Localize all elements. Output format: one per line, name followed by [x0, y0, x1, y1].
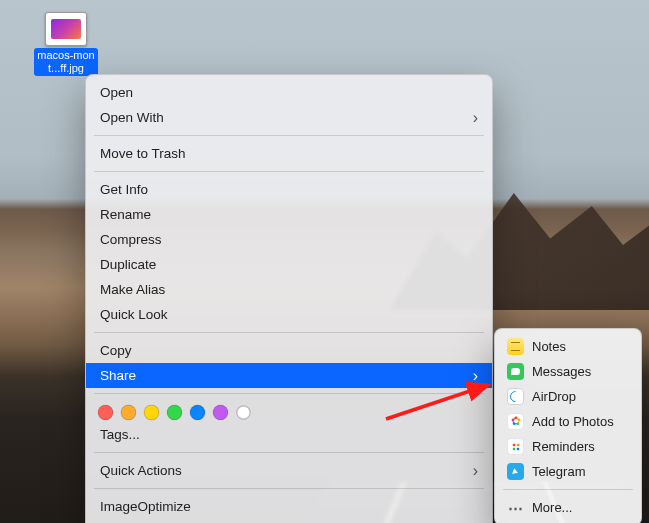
separator	[94, 393, 484, 394]
menu-duplicate-label: Duplicate	[100, 255, 156, 274]
share-notes[interactable]: Notes	[495, 334, 641, 359]
menu-tags-label: Tags...	[100, 425, 140, 444]
airdrop-icon	[507, 388, 524, 405]
menu-open-with[interactable]: Open With	[86, 105, 492, 130]
menu-duplicate[interactable]: Duplicate	[86, 252, 492, 277]
tag-yellow[interactable]	[144, 405, 159, 420]
menu-open[interactable]: Open	[86, 80, 492, 105]
separator	[94, 171, 484, 172]
tags-row	[86, 399, 492, 422]
share-more[interactable]: ⋯More...	[495, 495, 641, 520]
desktop-file[interactable]: macos-mont...ff.jpg	[34, 12, 98, 76]
share-reminders[interactable]: Reminders	[495, 434, 641, 459]
tag-blue[interactable]	[190, 405, 205, 420]
share-more-label: More...	[532, 498, 572, 517]
menu-copy-label: Copy	[100, 341, 132, 360]
share-telegram-label: Telegram	[532, 462, 585, 481]
menu-open-with-label: Open With	[100, 108, 164, 127]
separator	[503, 489, 633, 490]
file-name-label: macos-mont...ff.jpg	[34, 48, 98, 76]
menu-move-to-trash-label: Move to Trash	[100, 144, 186, 163]
telegram-icon	[507, 463, 524, 480]
menu-compress-label: Compress	[100, 230, 162, 249]
menu-quick-look-label: Quick Look	[100, 305, 168, 324]
tag-none[interactable]	[236, 405, 251, 420]
menu-share[interactable]: Share	[86, 363, 492, 388]
reminders-icon	[507, 438, 524, 455]
share-reminders-label: Reminders	[532, 437, 595, 456]
menu-make-alias[interactable]: Make Alias	[86, 277, 492, 302]
menu-make-alias-label: Make Alias	[100, 280, 165, 299]
share-airdrop[interactable]: AirDrop	[495, 384, 641, 409]
menu-get-info-label: Get Info	[100, 180, 148, 199]
menu-set-desktop-picture[interactable]: Set Desktop Picture	[86, 519, 492, 523]
separator	[94, 332, 484, 333]
separator	[94, 452, 484, 453]
menu-rename[interactable]: Rename	[86, 202, 492, 227]
file-thumbnail	[45, 12, 87, 46]
more-icon: ⋯	[507, 499, 524, 516]
menu-copy[interactable]: Copy	[86, 338, 492, 363]
share-notes-label: Notes	[532, 337, 566, 356]
share-airdrop-label: AirDrop	[532, 387, 576, 406]
share-messages-label: Messages	[532, 362, 591, 381]
tag-red[interactable]	[98, 405, 113, 420]
menu-get-info[interactable]: Get Info	[86, 177, 492, 202]
share-submenu: Notes Messages AirDrop Add to Photos Rem…	[494, 328, 642, 523]
share-add-to-photos-label: Add to Photos	[532, 412, 614, 431]
notes-icon	[507, 338, 524, 355]
menu-move-to-trash[interactable]: Move to Trash	[86, 141, 492, 166]
context-menu: Open Open With Move to Trash Get Info Re…	[85, 74, 493, 523]
menu-compress[interactable]: Compress	[86, 227, 492, 252]
menu-quick-actions-label: Quick Actions	[100, 461, 182, 480]
tag-purple[interactable]	[213, 405, 228, 420]
menu-rename-label: Rename	[100, 205, 151, 224]
share-messages[interactable]: Messages	[495, 359, 641, 384]
menu-image-optimize[interactable]: ImageOptimize	[86, 494, 492, 519]
menu-quick-actions[interactable]: Quick Actions	[86, 458, 492, 483]
menu-open-label: Open	[100, 83, 133, 102]
menu-tags[interactable]: Tags...	[86, 422, 492, 447]
menu-share-label: Share	[100, 366, 136, 385]
separator	[94, 488, 484, 489]
share-telegram[interactable]: Telegram	[495, 459, 641, 484]
separator	[94, 135, 484, 136]
menu-quick-look[interactable]: Quick Look	[86, 302, 492, 327]
menu-image-optimize-label: ImageOptimize	[100, 497, 191, 516]
share-add-to-photos[interactable]: Add to Photos	[495, 409, 641, 434]
photos-icon	[507, 413, 524, 430]
tag-orange[interactable]	[121, 405, 136, 420]
messages-icon	[507, 363, 524, 380]
tag-green[interactable]	[167, 405, 182, 420]
